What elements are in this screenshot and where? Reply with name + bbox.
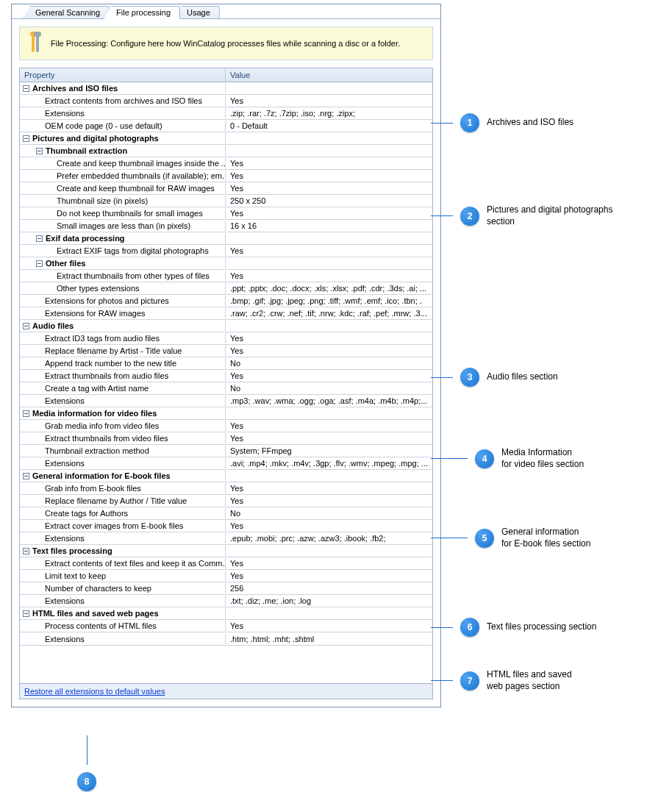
- property-thumb-create[interactable]: Create and keep thumbnail images inside …: [20, 157, 432, 170]
- property-name: Extensions: [45, 635, 85, 643]
- expander-icon[interactable]: −: [23, 473, 29, 479]
- callout-7: 7 HTML files and saved web pages section: [431, 669, 572, 692]
- property-archives-oem[interactable]: OEM code page (0 - use default)0 - Defau…: [20, 120, 432, 132]
- property-name: Extensions for RAW images: [45, 309, 146, 318]
- callout-connector: [431, 377, 453, 378]
- section-thumb-extraction[interactable]: −Thumbnail extraction: [20, 145, 432, 157]
- property-value: 250 x 250: [230, 196, 265, 205]
- expander-icon[interactable]: −: [36, 235, 43, 242]
- property-thumb-smallsize[interactable]: Small images are less than (in pixels)16…: [20, 220, 432, 232]
- property-value: 256: [230, 584, 243, 593]
- expander-icon[interactable]: −: [23, 323, 29, 329]
- property-value: Yes: [230, 171, 243, 180]
- expander-icon[interactable]: −: [23, 410, 29, 417]
- property-text-extract[interactable]: Extract contents of text files and keep …: [20, 557, 432, 570]
- section-title: Exif data processing: [46, 234, 125, 243]
- property-thumb-prefer[interactable]: Prefer embedded thumbnails (if available…: [20, 170, 432, 182]
- property-name: Grab media info from video files: [45, 421, 159, 430]
- callout-connector: [87, 735, 87, 765]
- property-value: .mp3; .wav; .wma; .ogg; .oga; .asf; .m4a…: [230, 396, 427, 405]
- restore-defaults-link[interactable]: Restore all extensions to default values: [24, 687, 165, 696]
- property-text-limit[interactable]: Limit text to keepYes: [20, 570, 432, 582]
- property-value: Yes: [230, 96, 243, 105]
- property-archives-extract[interactable]: Extract contents from archives and ISO f…: [20, 95, 432, 107]
- expander-icon[interactable]: −: [23, 610, 29, 617]
- section-pictures[interactable]: −Pictures and digital photographs: [20, 132, 432, 145]
- section-text[interactable]: −Text files processing: [20, 545, 432, 557]
- property-audio-track[interactable]: Append track number to the new titleNo: [20, 357, 432, 370]
- property-value: 16 x 16: [230, 221, 257, 230]
- property-name: Extract contents from archives and ISO f…: [45, 96, 202, 105]
- column-header-property[interactable]: Property: [20, 68, 226, 82]
- property-audio-replace[interactable]: Replace filename by Artist - Title value…: [20, 345, 432, 357]
- property-text-ext[interactable]: Extensions.txt; .diz; .me; .ion; .log: [20, 595, 432, 607]
- property-value: No: [230, 509, 240, 518]
- property-html-ext[interactable]: Extensions.htm; .html; .mht; .shtml: [20, 632, 432, 645]
- property-value: Yes: [230, 371, 243, 380]
- property-audio-id3[interactable]: Extract ID3 tags from audio filesYes: [20, 332, 432, 345]
- property-thumb-size[interactable]: Thumbnail size (in pixels)250 x 250: [20, 195, 432, 207]
- property-html-process[interactable]: Process contents of HTML filesYes: [20, 620, 432, 632]
- property-exif-extract[interactable]: Extract EXIF tags from digital photograp…: [20, 245, 432, 257]
- property-name: Small images are less than (in pixels): [57, 221, 190, 230]
- property-raw-ext[interactable]: Extensions for RAW images.raw; .cr2; .cr…: [20, 307, 432, 320]
- tab-general-scanning[interactable]: General Scanning: [23, 6, 110, 18]
- property-ebook-ext[interactable]: Extensions.epub; .mobi; .prc; .azw; .azw…: [20, 532, 432, 545]
- property-name: Replace filename by Author / Title value: [45, 496, 187, 505]
- callout-bubble: 2: [460, 207, 479, 226]
- property-ebook-tags[interactable]: Create tags for AuthorsNo: [20, 507, 432, 520]
- property-text-count[interactable]: Number of characters to keep256: [20, 582, 432, 595]
- property-name: Create a tag with Artist name: [45, 384, 149, 393]
- tab-file-processing[interactable]: File processing: [104, 6, 180, 19]
- property-other-ext[interactable]: Other types extensions.ppt; .pptx; .doc;…: [20, 282, 432, 295]
- callout-bubble: 4: [475, 449, 494, 468]
- section-archives[interactable]: −Archives and ISO files: [20, 82, 432, 95]
- section-audio[interactable]: −Audio files: [20, 320, 432, 332]
- property-name: Extensions: [45, 396, 85, 405]
- property-value: .bmp; .gif; .jpg; .jpeg; .png; .tiff; .w…: [230, 296, 422, 305]
- property-grid: Property Value −Archives and ISO filesEx…: [19, 68, 433, 699]
- property-ebook-replace[interactable]: Replace filename by Author / Title value…: [20, 495, 432, 507]
- property-name: Prefer embedded thumbnails (if available…: [57, 171, 226, 180]
- property-name: Extract thumbnails from other types of f…: [57, 271, 210, 280]
- info-text: File Processing: Configure here how WinC…: [51, 39, 400, 48]
- property-video-method[interactable]: Thumbnail extraction methodSystem; FFmpe…: [20, 445, 432, 457]
- property-thumb-raw[interactable]: Create and keep thumbnail for RAW images…: [20, 182, 432, 195]
- section-ebook[interactable]: −General information for E-book files: [20, 470, 432, 482]
- expander-icon[interactable]: −: [36, 148, 43, 154]
- property-audio-ext[interactable]: Extensions.mp3; .wav; .wma; .ogg; .oga; …: [20, 395, 432, 407]
- property-video-ext[interactable]: Extensions.avi; .mp4; .mkv; .m4v; .3gp; …: [20, 457, 432, 470]
- section-title: General information for E-book files: [32, 471, 171, 480]
- callout-label: Text files processing section: [487, 621, 596, 633]
- section-video[interactable]: −Media information for video files: [20, 407, 432, 420]
- property-thumb-nosmall[interactable]: Do not keep thumbnails for small imagesY…: [20, 207, 432, 220]
- section-other-files[interactable]: −Other files: [20, 257, 432, 270]
- tab-usage[interactable]: Usage: [174, 6, 220, 18]
- property-name: Do not keep thumbnails for small images: [57, 209, 203, 218]
- property-ebook-grab[interactable]: Grab info from E-book filesYes: [20, 482, 432, 495]
- property-pic-ext[interactable]: Extensions for photos and pictures.bmp; …: [20, 295, 432, 307]
- expander-icon[interactable]: −: [23, 548, 29, 554]
- property-other-extract[interactable]: Extract thumbnails from other types of f…: [20, 270, 432, 282]
- property-archives-ext[interactable]: Extensions.zip; .rar; .7z; .7zip; .iso; …: [20, 107, 432, 120]
- property-audio-thumb[interactable]: Extract thumbnails from audio filesYes: [20, 370, 432, 382]
- property-value: Yes: [230, 621, 243, 630]
- property-name: Extensions: [45, 596, 85, 605]
- column-header-value[interactable]: Value: [226, 68, 432, 82]
- section-title: Thumbnail extraction: [46, 146, 127, 155]
- section-exif[interactable]: −Exif data processing: [20, 232, 432, 245]
- property-value: 0 - Default: [230, 121, 268, 130]
- property-video-grab[interactable]: Grab media info from video filesYes: [20, 420, 432, 432]
- property-value: .raw; .cr2; .crw; .nef; .tif; .nrw; .kdc…: [230, 309, 427, 318]
- expander-icon[interactable]: −: [23, 85, 29, 92]
- property-value: .ppt; .pptx; .doc; .docx; .xls; .xlsx; .…: [230, 284, 426, 293]
- property-name: Extensions for photos and pictures: [45, 296, 169, 305]
- expander-icon[interactable]: −: [23, 135, 29, 142]
- property-name: Extensions: [45, 109, 85, 118]
- property-video-thumb[interactable]: Extract thumbnails from video filesYes: [20, 432, 432, 445]
- property-ebook-cover[interactable]: Extract cover images from E-book filesYe…: [20, 520, 432, 532]
- property-audio-tag[interactable]: Create a tag with Artist nameNo: [20, 382, 432, 395]
- expander-icon[interactable]: −: [36, 260, 43, 267]
- section-html[interactable]: −HTML files and saved web pages: [20, 607, 432, 620]
- property-value: Yes: [230, 246, 243, 255]
